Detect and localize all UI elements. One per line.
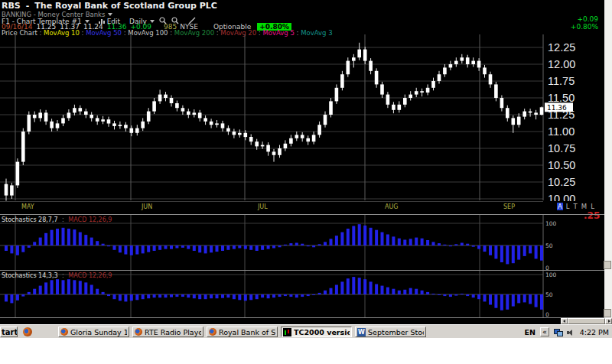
panel1-overlay: MACD 12,26,9: [68, 216, 112, 223]
symbol-label: RBS: [2, 1, 21, 11]
horizontal-scrollbar[interactable]: [561, 318, 612, 324]
price-axis-label: 12.25: [548, 41, 575, 54]
stoch-scale-label: 50: [545, 291, 553, 298]
month-label-aug: AUG: [385, 203, 399, 210]
price-axis-label: 11.50: [548, 92, 575, 104]
taskbar-button-2[interactable]: RTE Radio Player - Glor...: [132, 327, 203, 337]
page-background: [0, 338, 612, 364]
company-name: The Royal Bank of Scotland Group PLC: [34, 1, 216, 11]
taskbar-button-label: RTE Radio Player - Glor...: [145, 328, 201, 336]
taskbar: tart Gloria Sunday 14 Septe...RTE Radio …: [0, 324, 612, 338]
month-label-may: MAY: [21, 203, 34, 210]
stoch-scale-label: 0: [545, 265, 549, 271]
panel2-scroll-thumb[interactable]: [604, 309, 611, 317]
taskbar-button-label: Gloria Sunday 14 Septe...: [70, 328, 127, 336]
month-label-jul: JUL: [258, 203, 268, 210]
taskbar-button-label: September Stock Mark...: [368, 328, 424, 336]
price-chart-canvas[interactable]: 12.2512.0011.7511.5011.2511.0010.7510.50…: [0, 34, 604, 201]
bottom-strip: [0, 318, 604, 324]
firefox-icon: [209, 328, 216, 336]
panel2-title: Stochastics 14,3,3: [2, 272, 58, 279]
taskbar-button-label: TC2000 version 7 Gol...: [294, 328, 350, 336]
word-icon: W: [357, 328, 366, 336]
panel2-label[interactable]: Stochastics 14,3,3 : MACD 12,26,9: [2, 272, 112, 279]
scroll-thumb[interactable]: [568, 318, 605, 324]
panel1-title: Stochastics 28,7,7: [2, 216, 58, 223]
quicklaunch-firefox[interactable]: [23, 327, 32, 338]
taskbar-button-5[interactable]: WSeptember Stock Mark...: [355, 327, 426, 337]
speaker-icon[interactable]: [567, 329, 574, 336]
network-icon[interactable]: [554, 329, 562, 336]
price-axis-label: 11.75: [548, 75, 575, 87]
change-stack: +0.09 +0.80%: [571, 15, 598, 31]
scale-letter-a-0[interactable]: A: [557, 203, 563, 210]
month-label-sep: SEP: [503, 203, 515, 210]
stoch-scale-label: 100: [545, 271, 557, 278]
price-axis-label: 11.00: [548, 125, 575, 138]
panel2-overlay: MACD 12,26,9: [68, 272, 112, 279]
price-axis-label: 10.00: [548, 193, 575, 201]
firefox-icon: [135, 328, 142, 336]
scale-letter-l-4[interactable]: L: [590, 203, 595, 210]
month-label-jun: JUN: [142, 203, 152, 210]
scale-tools: ALTML: [557, 203, 595, 210]
firefox-icon: [60, 328, 68, 336]
caret-down-icon[interactable]: [108, 13, 112, 16]
scale-letter-l-1[interactable]: L: [565, 203, 571, 210]
price-axis-label: 12.00: [548, 58, 575, 70]
start-button[interactable]: tart: [0, 327, 18, 337]
right-scroll-track: [604, 0, 612, 324]
desktop-screen: RBS - The Royal Bank of Scotland Group P…: [0, 0, 612, 364]
taskbar-button-4[interactable]: TC2000 version 7 Gol...: [281, 327, 352, 337]
title-dash: -: [26, 1, 30, 11]
taskbar-button-label: Royal Bank of Scotland ...: [219, 328, 275, 336]
firefox-icon: [23, 327, 32, 336]
title-row: RBS - The Royal Bank of Scotland Group P…: [2, 1, 217, 11]
scroll-left-button[interactable]: [561, 318, 568, 324]
stoch-scale-label: 50: [545, 242, 553, 249]
panel1-label[interactable]: Stochastics 28,7,7 : MACD 12,26,9: [2, 216, 112, 223]
change-percent: +0.80%: [571, 23, 598, 31]
taskbar-button-3[interactable]: Royal Bank of Scotland ...: [207, 327, 278, 337]
scale-letter-m-3[interactable]: M: [581, 203, 588, 210]
scroll-right-button[interactable]: [605, 318, 612, 324]
stoch-scale-label: 100: [545, 220, 557, 227]
system-tray: EN « 4:22 PM: [524, 327, 609, 337]
price-axis-label: 10.75: [548, 142, 575, 154]
price-axis-label: 10.25: [548, 176, 575, 188]
change-absolute: +0.09: [571, 15, 598, 23]
scale-letter-t-2[interactable]: T: [573, 203, 578, 210]
panel1-scroll-thumb[interactable]: [604, 261, 611, 269]
tc2000-window: RBS - The Royal Bank of Scotland Group P…: [0, 0, 612, 324]
language-indicator[interactable]: EN: [524, 328, 535, 336]
last-price-badge-text: 11.36: [547, 104, 567, 112]
tray-expand-button[interactable]: «: [540, 327, 549, 336]
clock[interactable]: 4:22 PM: [580, 328, 609, 336]
price-axis-label: 10.50: [548, 159, 575, 171]
stoch-scale-label: 0: [545, 311, 549, 318]
taskbar-button-1[interactable]: Gloria Sunday 14 Septe...: [58, 327, 129, 337]
chart-bottom-divider: [0, 201, 543, 202]
tc2000-icon: [283, 328, 291, 336]
month-axis: MAYJUNJULAUGSEP: [0, 201, 604, 214]
